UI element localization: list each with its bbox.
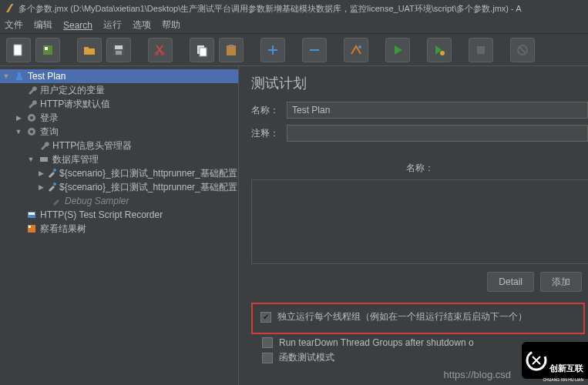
menu-bar: 文件 编辑 Search 运行 选项 帮助	[0, 17, 588, 34]
svg-point-25	[53, 169, 56, 172]
tree-node-recorder[interactable]: HTTP(S) Test Script Recorder	[0, 208, 238, 222]
copy-button[interactable]	[190, 38, 214, 62]
tree-panel: ▼ Test Plan 用户定义的变量 HTTP请求默认值 ▶ 登录 ▼ 查询	[0, 66, 239, 385]
checkbox-independent-run[interactable]: ✔ 独立运行每个线程组（例如在一个组运行结束后启动下一个）	[260, 310, 576, 323]
tree-node-login[interactable]: ▶ 登录	[0, 111, 238, 125]
window-title: 多个参数.jmx (D:\MyData\xietian1\Desktop\生产测…	[18, 3, 522, 15]
menu-run[interactable]: 运行	[103, 18, 122, 32]
wrench-icon	[25, 98, 38, 110]
svg-rect-4	[115, 45, 123, 49]
stop-button[interactable]	[469, 38, 493, 62]
save-button[interactable]	[106, 38, 131, 62]
collapse-button[interactable]	[302, 38, 327, 62]
menu-edit[interactable]: 编辑	[34, 18, 52, 32]
svg-rect-11	[229, 45, 234, 47]
cut-button[interactable]	[148, 38, 173, 62]
expand-button[interactable]	[260, 38, 285, 62]
tree-node-test-plan[interactable]: ▼ Test Plan	[0, 69, 238, 83]
svg-point-21	[30, 116, 33, 119]
tree-toggle-icon[interactable]: ▼	[14, 127, 23, 136]
recorder-icon	[25, 209, 38, 221]
templates-button[interactable]	[35, 38, 60, 62]
menu-help[interactable]: 帮助	[162, 18, 180, 32]
menu-file[interactable]: 文件	[5, 18, 23, 32]
shutdown-button[interactable]	[510, 38, 535, 62]
svg-rect-5	[116, 51, 122, 55]
gear-icon	[25, 126, 38, 138]
tree-node-scenario-1[interactable]: ▶ ${scenario}_接口测试_httprunner_基础配置	[0, 166, 238, 180]
svg-point-16	[440, 51, 445, 55]
menu-options[interactable]: 选项	[133, 18, 151, 32]
checkbox-icon	[262, 353, 273, 363]
comment-label: 注释：	[251, 127, 287, 140]
menu-search[interactable]: Search	[63, 20, 92, 31]
name-label: 名称：	[251, 104, 287, 117]
tree-node-user-vars[interactable]: 用户定义的变量	[0, 83, 238, 97]
tree-toggle-icon[interactable]: ▶	[39, 169, 44, 178]
dropper-icon	[46, 181, 57, 193]
svg-rect-28	[29, 213, 35, 215]
flask-icon	[13, 70, 25, 82]
tree-node-result-tree[interactable]: 察看结果树	[0, 222, 238, 236]
add-button[interactable]: 添加	[540, 272, 582, 292]
new-button[interactable]	[6, 38, 31, 62]
checkbox-icon	[262, 337, 273, 348]
detail-button[interactable]: Detail	[487, 272, 534, 292]
checkbox-icon: ✔	[260, 312, 271, 323]
sub-name-label: 名称：	[251, 162, 588, 175]
content-panel: 测试计划 名称： 注释： 名称： Detail 添加 ✔ 独立运行每个线程组（例…	[239, 66, 588, 385]
svg-point-15	[358, 45, 361, 49]
svg-line-19	[519, 47, 526, 53]
svg-rect-24	[40, 157, 48, 162]
toggle-button[interactable]	[344, 38, 368, 62]
tree-node-db-manage[interactable]: ▼ 数据库管理	[0, 152, 238, 166]
app-icon	[5, 3, 15, 14]
svg-rect-9	[200, 48, 207, 56]
toolbar	[0, 34, 588, 66]
tree-toggle-icon[interactable]: ▶	[14, 113, 23, 122]
tree-toggle-icon[interactable]: ▼	[2, 72, 11, 81]
result-tree-icon	[25, 223, 38, 235]
svg-rect-17	[477, 46, 485, 54]
svg-rect-2	[45, 47, 48, 50]
tree-node-http-defaults[interactable]: HTTP请求默认值	[0, 97, 238, 111]
panel-heading: 测试计划	[251, 74, 588, 92]
paste-button[interactable]	[219, 38, 244, 62]
comment-input[interactable]	[287, 125, 588, 142]
start-button[interactable]	[385, 38, 410, 62]
svg-point-26	[53, 182, 56, 186]
svg-point-23	[30, 130, 33, 133]
highlighted-box: ✔ 独立运行每个线程组（例如在一个组运行结束后启动下一个）	[251, 303, 585, 334]
svg-rect-0	[14, 45, 22, 55]
dropper-icon	[46, 167, 57, 179]
dropper-icon	[50, 195, 62, 207]
wrench-icon	[25, 84, 38, 96]
controller-icon	[38, 153, 50, 166]
wrench-icon	[38, 139, 50, 152]
title-bar: 多个参数.jmx (D:\MyData\xietian1\Desktop\生产测…	[0, 0, 588, 17]
tree-node-query[interactable]: ▼ 查询	[0, 125, 238, 139]
open-button[interactable]	[77, 38, 102, 62]
tree-toggle-icon[interactable]: ▶	[39, 182, 44, 192]
name-input[interactable]	[287, 102, 588, 119]
gear-icon	[25, 112, 38, 124]
tree-toggle-icon[interactable]: ▼	[26, 155, 35, 164]
tree-node-scenario-2[interactable]: ▶ ${scenario}_接口测试_httprunner_基础配置	[0, 180, 238, 194]
variables-listbox[interactable]	[251, 179, 588, 264]
svg-rect-30	[29, 226, 31, 228]
tree-node-debug-sampler[interactable]: Debug Sampler	[0, 194, 238, 208]
tree-node-http-header[interactable]: HTTP信息头管理器	[0, 139, 238, 152]
watermark-text: https://blog.csd	[444, 369, 511, 380]
start-no-pause-button[interactable]	[427, 38, 452, 62]
brand-sub: CHUANG XIN HU LIAN	[543, 377, 583, 382]
brand-name: 创新互联	[549, 363, 583, 374]
